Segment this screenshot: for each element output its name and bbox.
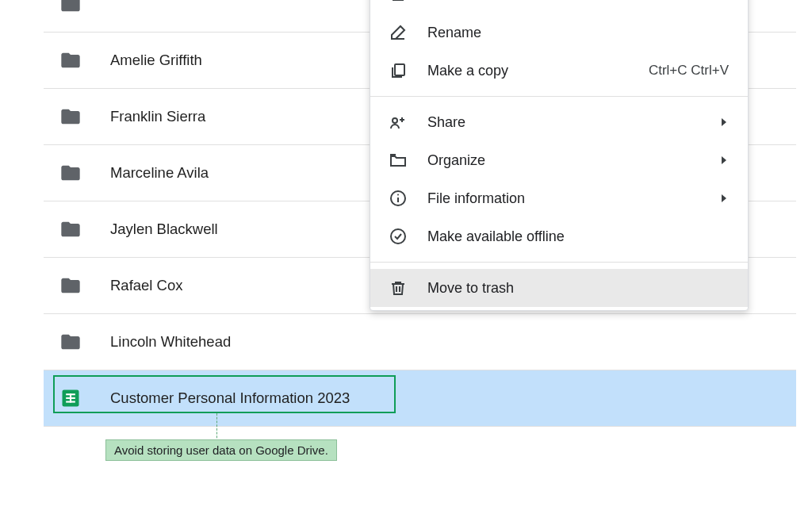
folder-icon	[59, 331, 82, 353]
menu-label: Share	[427, 114, 719, 131]
menu-shortcut: Ctrl+C Ctrl+V	[649, 63, 729, 79]
folder-icon	[59, 162, 82, 184]
download-icon	[388, 0, 408, 4]
menu-label: Make a copy	[427, 63, 649, 79]
trash-icon	[388, 278, 408, 297]
share-icon	[388, 113, 408, 132]
google-sheets-icon	[59, 387, 82, 409]
file-name: Rafael Cox	[110, 277, 183, 294]
file-row[interactable]: Lincoln Whitehead	[44, 314, 796, 370]
menu-rename[interactable]: Rename	[370, 13, 748, 52]
folder-icon	[59, 274, 82, 297]
menu-download[interactable]: Download	[370, 0, 748, 13]
menu-organize[interactable]: Organize	[370, 141, 748, 179]
organize-icon	[388, 151, 408, 170]
menu-make-copy[interactable]: Make a copy Ctrl+C Ctrl+V	[370, 52, 748, 90]
file-name: Marceline Avila	[110, 164, 209, 182]
folder-icon	[59, 0, 82, 15]
context-menu: Download Rename Make a copy Ctrl+C Ctrl+…	[370, 0, 749, 311]
menu-share[interactable]: Share	[370, 103, 748, 141]
file-name: Customer Personal Information 2023	[110, 389, 350, 407]
menu-label: Download	[427, 0, 729, 3]
file-name: Franklin Sierra	[110, 108, 205, 125]
annotation-callout: Avoid storing user data on Google Drive.	[105, 439, 337, 461]
menu-label: Make available offline	[427, 228, 729, 245]
file-row-selected[interactable]: Customer Personal Information 2023	[44, 370, 796, 427]
svg-point-10	[391, 229, 405, 244]
menu-label: File information	[427, 190, 719, 207]
offline-icon	[388, 227, 408, 246]
menu-move-to-trash[interactable]: Move to trash	[370, 269, 748, 307]
menu-divider	[370, 96, 748, 97]
folder-icon	[59, 218, 82, 240]
menu-make-available-offline[interactable]: Make available offline	[370, 217, 748, 255]
svg-rect-5	[395, 64, 404, 75]
folder-icon	[59, 49, 82, 71]
annotation-text: Avoid storing user data on Google Drive.	[114, 443, 328, 457]
chevron-right-icon	[719, 194, 729, 203]
svg-point-9	[397, 194, 399, 196]
folder-icon	[59, 105, 82, 128]
menu-divider	[370, 262, 748, 263]
info-icon	[388, 189, 408, 208]
svg-point-6	[393, 118, 397, 123]
chevron-right-icon	[719, 155, 729, 165]
menu-file-information[interactable]: File information	[370, 179, 748, 217]
rename-icon	[388, 23, 408, 42]
svg-rect-4	[70, 393, 71, 402]
file-name: Amelie Griffith	[110, 52, 202, 69]
menu-label: Move to trash	[427, 280, 729, 297]
menu-label: Organize	[427, 152, 719, 169]
copy-icon	[388, 61, 408, 80]
annotation-connector-line	[216, 413, 217, 442]
file-name: Jaylen Blackwell	[110, 221, 218, 238]
menu-label: Rename	[427, 25, 729, 41]
file-name: Lincoln Whitehead	[110, 333, 231, 351]
chevron-right-icon	[719, 117, 729, 127]
